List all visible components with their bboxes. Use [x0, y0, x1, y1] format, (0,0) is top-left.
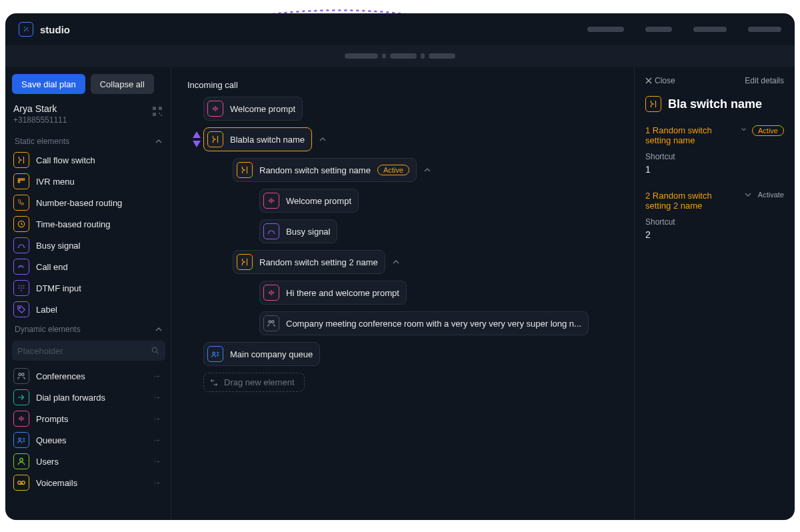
node-label: Random switch setting name [259, 165, 371, 175]
svg-point-16 [19, 287, 20, 289]
phone-icon [13, 195, 29, 211]
switch-icon [207, 131, 223, 147]
brand-text: studio [40, 24, 70, 35]
node-label: Random switch setting 2 name [259, 257, 378, 267]
sidebar-item-call-end[interactable]: Call end [12, 257, 165, 277]
sidebar-item-dtmf-input[interactable]: DTMF input [12, 278, 165, 298]
voicemail-icon [13, 475, 29, 491]
chevron-down-icon[interactable] [744, 191, 752, 199]
tree-node[interactable]: Welcome prompt [203, 97, 618, 121]
chevron-up-icon[interactable] [392, 258, 400, 266]
sidebar-item-label: Queues [36, 435, 145, 445]
tree-node[interactable]: Random switch setting 2 name [233, 250, 618, 274]
sidebar-item-label: Call end [36, 262, 161, 272]
search-input[interactable] [17, 346, 151, 356]
queue-icon [207, 346, 223, 362]
topnav-placeholder-group [587, 27, 781, 32]
svg-point-15 [23, 285, 25, 287]
sidebar-item-label: Label [36, 305, 161, 315]
menu-icon [13, 173, 29, 189]
setting-header[interactable]: 2 Random switch setting 2 name Activate [645, 191, 784, 211]
sidebar-item-label: DTMF input [36, 283, 161, 293]
svg-point-30 [269, 321, 271, 323]
sidebar-item-busy-signal[interactable]: Busy signal [12, 235, 165, 255]
chevron-up-icon [155, 325, 163, 333]
topnav-link-placeholder[interactable] [645, 27, 672, 32]
breadcrumb-sep [421, 53, 425, 59]
sidebar-item-label: Number-based routing [36, 198, 161, 208]
chevron-down-icon[interactable] [741, 125, 747, 133]
sidebar-item-label: Call flow switch [36, 155, 161, 165]
collapse-all-button[interactable]: Collapse all [91, 74, 154, 94]
audio-icon [263, 193, 279, 209]
tree-node-selected[interactable]: Blabla switch name [203, 127, 618, 151]
shortcut-label: Shortcut [645, 217, 784, 227]
sidebar-item-ivr-menu[interactable]: IVR menu [12, 171, 165, 191]
audio-icon [263, 285, 279, 301]
node-label: Blabla switch name [230, 135, 305, 145]
svg-rect-6 [159, 113, 160, 114]
sidebar-item-time-routing[interactable]: Time-based routing [12, 214, 165, 234]
sidebar-item-label-element[interactable]: Label [12, 299, 165, 319]
details-title-row: Bla switch name [645, 96, 784, 112]
svg-point-31 [272, 321, 275, 323]
svg-point-26 [18, 481, 21, 485]
activate-link[interactable]: Activate [758, 191, 784, 199]
close-button[interactable]: Close [645, 76, 675, 85]
audio-icon [207, 101, 223, 117]
drop-zone-row[interactable]: Drag new element [203, 373, 618, 392]
details-title: Bla switch name [668, 97, 762, 111]
shortcut-label: Shortcut [645, 152, 784, 161]
topnav-link-placeholder[interactable] [748, 27, 781, 32]
setting-header[interactable]: 1 Random switch setting name Active [645, 125, 784, 145]
chevron-up-icon[interactable] [423, 166, 431, 174]
reorder-handle[interactable] [191, 131, 202, 147]
sidebar-item-label: Conferences [36, 371, 145, 381]
node-label: Company meeting conference room with a v… [286, 319, 581, 329]
svg-rect-10 [23, 179, 24, 180]
sidebar-item-number-routing[interactable]: Number-based routing [12, 193, 165, 213]
sidebar-item-call-flow-switch[interactable]: Call flow switch [12, 150, 165, 170]
save-button[interactable]: Save dial plan [12, 74, 85, 94]
dynamic-elements-header[interactable]: Dynamic elements [12, 321, 165, 337]
root-label: Incoming call [187, 80, 238, 90]
tree-node[interactable]: Main company queue [203, 342, 618, 366]
canvas[interactable]: Incoming call Welcome prompt Blabla swit… [171, 67, 635, 520]
chevron-up-icon[interactable] [319, 135, 327, 143]
node-label: Hi there and welcome prompt [286, 288, 399, 298]
breadcrumb-placeholder [429, 53, 455, 59]
topnav-link-placeholder[interactable] [587, 27, 624, 32]
svg-point-22 [19, 373, 21, 376]
setting-block: 2 Random switch setting 2 name Activate … [645, 191, 784, 240]
svg-point-19 [21, 290, 22, 291]
sidebar-item-label: Voicemails [36, 478, 145, 488]
sidebar-item-dialplan-forwards[interactable]: Dial plan forwards → [12, 387, 165, 407]
tree-node[interactable]: Welcome prompt [259, 189, 618, 213]
qr-icon[interactable] [152, 106, 163, 117]
tree-node[interactable]: Busy signal [259, 219, 618, 243]
sidebar-item-voicemails[interactable]: Voicemails → [12, 473, 165, 493]
node-label: Welcome prompt [230, 104, 295, 114]
svg-point-23 [22, 373, 25, 376]
main-body: Save dial plan Collapse all Arya Stark +… [5, 67, 795, 520]
drop-zone: Drag new element [203, 373, 305, 392]
sidebar-button-row: Save dial plan Collapse all [12, 74, 165, 94]
sidebar-item-label: Prompts [36, 414, 145, 424]
drop-label: Drag new element [224, 377, 295, 387]
topnav-link-placeholder[interactable] [693, 27, 727, 32]
sidebar-item-conferences[interactable]: Conferences → [12, 366, 165, 386]
tree-node[interactable]: Random switch setting name Active [233, 158, 618, 182]
brand[interactable]: studio [19, 22, 70, 37]
sidebar-item-users[interactable]: Users → [12, 451, 165, 471]
tree-node[interactable]: Company meeting conference room with a v… [259, 311, 618, 335]
tree-node[interactable]: Hi there and welcome prompt [259, 281, 618, 305]
search-box[interactable] [12, 341, 165, 361]
static-elements-header[interactable]: Static elements [12, 133, 165, 149]
close-label: Close [655, 76, 675, 85]
edit-details-link[interactable]: Edit details [745, 76, 784, 85]
svg-point-27 [22, 481, 25, 485]
sidebar-item-prompts[interactable]: Prompts → [12, 409, 165, 429]
audio-icon [13, 411, 29, 427]
sidebar-item-queues[interactable]: Queues → [12, 430, 165, 450]
brand-icon [19, 22, 33, 37]
